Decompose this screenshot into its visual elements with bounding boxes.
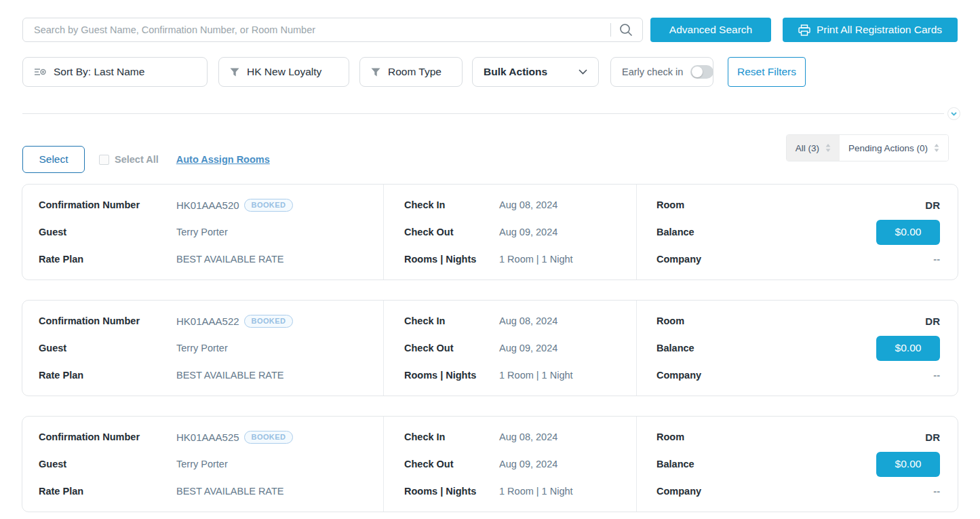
- tab-all[interactable]: All (3): [787, 135, 840, 161]
- confirmation-number-value[interactable]: HK01AAA520: [176, 199, 239, 211]
- company-row: Company --: [656, 484, 940, 499]
- card-room-column: Room DR Balance $0.00 Company --: [636, 301, 958, 396]
- room-row: Room DR: [656, 197, 940, 212]
- balance-button[interactable]: $0.00: [876, 220, 940, 245]
- check-in-row: Check In Aug 08, 2024: [404, 313, 624, 328]
- balance-row: Balance $0.00: [656, 220, 940, 245]
- filter-funnel-icon: [230, 68, 239, 77]
- balance-label: Balance: [656, 227, 694, 237]
- room-type-filter[interactable]: Room Type: [359, 57, 463, 87]
- confirmation-number-row: Confirmation Number HK01AAA525 BOOKED: [39, 429, 371, 444]
- check-in-row: Check In Aug 08, 2024: [404, 197, 624, 212]
- reservation-card[interactable]: Confirmation Number HK01AAA520 BOOKED Gu…: [22, 184, 958, 280]
- sort-icon: [34, 67, 46, 77]
- confirmation-number-row: Confirmation Number HK01AAA520 BOOKED: [39, 197, 371, 212]
- bulk-actions-label: Bulk Actions: [484, 66, 547, 78]
- balance-row: Balance $0.00: [656, 336, 940, 361]
- loyalty-filter[interactable]: HK New Loyalty: [218, 57, 349, 87]
- rate-plan-row: Rate Plan BEST AVAILABLE RATE: [39, 252, 371, 267]
- confirmation-number-label: Confirmation Number: [39, 199, 176, 210]
- filters-divider: [22, 113, 944, 114]
- select-all-label: Select All: [115, 154, 159, 165]
- check-out-row: Check Out Aug 09, 2024: [404, 457, 624, 472]
- company-label: Company: [656, 486, 701, 497]
- check-out-row: Check Out Aug 09, 2024: [404, 341, 624, 355]
- rate-plan-value: BEST AVAILABLE RATE: [176, 254, 284, 265]
- check-out-value: Aug 09, 2024: [499, 227, 557, 237]
- select-all-checkbox[interactable]: [99, 155, 109, 165]
- balance-button[interactable]: $0.00: [876, 336, 940, 361]
- reset-filters-button[interactable]: Reset Filters: [728, 57, 806, 87]
- chevron-down-icon: [579, 69, 587, 75]
- check-out-row: Check Out Aug 09, 2024: [404, 225, 624, 239]
- search-box: [22, 18, 643, 42]
- room-value: DR: [925, 431, 940, 443]
- search-icon[interactable]: [619, 22, 633, 37]
- list-toolbar: Select Select All Auto Assign Rooms All …: [22, 146, 958, 173]
- search-input[interactable]: [22, 18, 643, 42]
- tab-pending-actions-label: Pending Actions (0): [848, 143, 928, 153]
- status-badge: BOOKED: [244, 315, 294, 328]
- bulk-actions-dropdown[interactable]: Bulk Actions: [472, 57, 599, 87]
- tab-pending-actions[interactable]: Pending Actions (0): [840, 135, 948, 161]
- sort-by-dropdown[interactable]: Sort By: Last Name: [22, 57, 208, 87]
- confirmation-number-label: Confirmation Number: [39, 431, 176, 442]
- rate-plan-row: Rate Plan BEST AVAILABLE RATE: [39, 484, 371, 499]
- room-type-filter-label: Room Type: [388, 66, 442, 78]
- check-in-value: Aug 08, 2024: [499, 315, 557, 326]
- balance-label: Balance: [656, 343, 694, 353]
- check-out-label: Check Out: [404, 227, 499, 237]
- rate-plan-label: Rate Plan: [39, 254, 176, 265]
- reservation-card[interactable]: Confirmation Number HK01AAA522 BOOKED Gu…: [22, 300, 958, 396]
- rooms-nights-row: Rooms | Nights 1 Room | 1 Night: [404, 368, 624, 383]
- card-stay-column: Check In Aug 08, 2024 Check Out Aug 09, …: [383, 185, 636, 280]
- rate-plan-row: Rate Plan BEST AVAILABLE RATE: [39, 368, 371, 383]
- print-all-label: Print All Registration Cards: [817, 24, 942, 36]
- reservations-page: Advanced Search Print All Registration C…: [0, 18, 980, 519]
- rooms-nights-row: Rooms | Nights 1 Room | 1 Night: [404, 484, 624, 499]
- check-in-row: Check In Aug 08, 2024: [404, 429, 624, 444]
- card-stay-column: Check In Aug 08, 2024 Check Out Aug 09, …: [383, 301, 636, 396]
- confirmation-number-value[interactable]: HK01AAA525: [176, 431, 239, 443]
- tab-all-label: All (3): [796, 143, 819, 153]
- early-check-in-toggle[interactable]: [690, 65, 713, 79]
- rate-plan-label: Rate Plan: [39, 486, 176, 497]
- room-label: Room: [656, 315, 684, 326]
- room-row: Room DR: [656, 429, 940, 444]
- top-bar: Advanced Search Print All Registration C…: [22, 18, 958, 42]
- select-button[interactable]: Select: [22, 146, 85, 173]
- early-check-in-filter: Early check in: [610, 57, 713, 87]
- collapse-filters-button[interactable]: [947, 107, 960, 120]
- check-in-label: Check In: [404, 431, 499, 442]
- card-room-column: Room DR Balance $0.00 Company --: [636, 185, 958, 280]
- guest-row: Guest Terry Porter: [39, 341, 371, 355]
- search-divider: [610, 23, 611, 37]
- rooms-nights-label: Rooms | Nights: [404, 254, 499, 265]
- room-value: DR: [925, 199, 940, 211]
- advanced-search-button[interactable]: Advanced Search: [650, 18, 771, 42]
- balance-label: Balance: [656, 459, 694, 469]
- confirmation-number-value[interactable]: HK01AAA522: [176, 315, 239, 327]
- reservation-list: Confirmation Number HK01AAA520 BOOKED Gu…: [22, 184, 958, 512]
- check-in-value: Aug 08, 2024: [499, 431, 557, 442]
- card-identity-column: Confirmation Number HK01AAA520 BOOKED Gu…: [22, 185, 383, 280]
- rate-plan-value: BEST AVAILABLE RATE: [176, 370, 284, 381]
- room-label: Room: [656, 431, 684, 442]
- balance-row: Balance $0.00: [656, 452, 940, 477]
- rate-plan-label: Rate Plan: [39, 370, 176, 381]
- print-all-registration-cards-button[interactable]: Print All Registration Cards: [783, 18, 958, 42]
- sort-by-label: Sort By: Last Name: [54, 66, 144, 78]
- confirmation-number-row: Confirmation Number HK01AAA522 BOOKED: [39, 313, 371, 328]
- rate-plan-value: BEST AVAILABLE RATE: [176, 486, 284, 497]
- status-badge: BOOKED: [244, 431, 294, 444]
- auto-assign-rooms-link[interactable]: Auto Assign Rooms: [176, 154, 270, 165]
- balance-button[interactable]: $0.00: [876, 452, 940, 477]
- card-identity-column: Confirmation Number HK01AAA525 BOOKED Gu…: [22, 417, 383, 512]
- select-all-control[interactable]: Select All: [99, 154, 159, 165]
- reservation-card[interactable]: Confirmation Number HK01AAA525 BOOKED Gu…: [22, 416, 958, 512]
- rooms-nights-value: 1 Room | 1 Night: [499, 254, 573, 265]
- guest-value: Terry Porter: [176, 227, 228, 237]
- loyalty-filter-label: HK New Loyalty: [247, 66, 321, 78]
- rooms-nights-row: Rooms | Nights 1 Room | 1 Night: [404, 252, 624, 267]
- list-tabs: All (3) Pending Actions (0): [786, 134, 949, 161]
